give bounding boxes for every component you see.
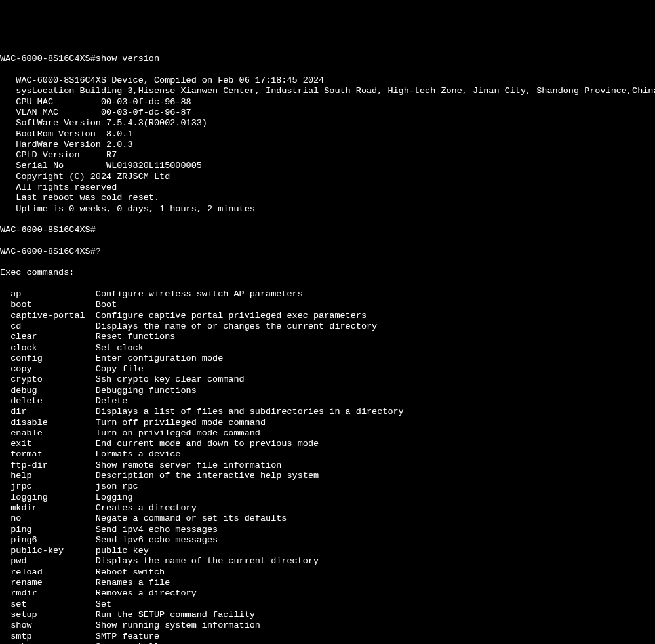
command-help-row: ping Send ipv4 echo messages [0,525,655,535]
command-help-row: exit End current mode and down to previo… [0,439,655,449]
commands-list: ap Configure wireless switch AP paramete… [0,289,655,644]
version-line: Serial No WL019820L115000005 [0,161,655,171]
command-help-row: debug Debugging functions [0,386,655,396]
prompt: WAC-6000-8S16C4XS# [0,247,96,256]
command-help-row: smtp SMTP feature [0,632,655,642]
version-line: HardWare Version 2.0.3 [0,140,655,150]
version-line: Uptime is 0 weeks, 0 days, 1 hours, 2 mi… [0,204,655,214]
version-line: Last reboot was cold reset. [0,193,655,203]
version-line: SoftWare Version 7.5.4.3(R0002.0133) [0,118,655,129]
version-output: WAC-6000-8S16C4XS Device, Compiled on Fe… [0,75,655,214]
command-help-row: ftp-dir Show remote server file informat… [0,460,655,471]
command-help-row: copy Copy file [0,364,655,374]
version-line: All rights reserved [0,182,655,193]
version-line: BootRom Version 8.0.1 [0,129,655,140]
command-help-row: format Formats a device [0,449,655,460]
prompt-line-1: WAC-6000-8S16C4XS#show version [0,54,655,64]
prompt-line-2: WAC-6000-8S16C4XS# [0,225,655,235]
version-line: WAC-6000-8S16C4XS Device, Compiled on Fe… [0,75,655,86]
help-command: ? [96,247,101,256]
command-help-row: disable Turn off privileged mode command [0,418,655,428]
command-help-row: show Show running system information [0,620,655,631]
command-help-row: enable Turn on privileged mode command [0,428,655,439]
version-line: Copyright (C) 2024 ZRJSCM Ltd [0,172,655,182]
command-help-row: reload Reboot switch [0,567,655,578]
command-help-row: crypto Ssh crypto key clear command [0,374,655,385]
version-line: VLAN MAC 00-03-0f-dc-96-87 [0,108,655,118]
exec-commands-header: Exec commands: [0,268,655,278]
command-help-row: rename Renames a file [0,578,655,588]
version-line: sysLocation Building 3,Hisense Xianwen C… [0,86,655,96]
prompt: WAC-6000-8S16C4XS# [0,225,96,235]
version-line: CPLD Version R7 [0,150,655,161]
command-help-row: help Description of the interactive help… [0,471,655,481]
command-help-row: set Set [0,599,655,610]
command-help-row: clock Set clock [0,343,655,353]
command-help-row: ping6 Send ipv6 echo messages [0,535,655,546]
version-line: CPU MAC 00-03-0f-dc-96-88 [0,97,655,108]
command-help-row: rmdir Removes a directory [0,588,655,599]
command-help-row: captive-portal Configure captive portal … [0,311,655,321]
command-help-row: logging Logging [0,493,655,503]
command-help-row: cd Displays the name of or changes the c… [0,321,655,332]
command-help-row: public-key public key [0,546,655,556]
command-help-row: boot Boot [0,300,655,310]
command-help-row: no Negate a command or set its defaults [0,513,655,524]
command-help-row: setup Run the SETUP command facility [0,610,655,620]
command-help-row: jrpc json rpc [0,481,655,492]
command-help-row: clear Reset functions [0,332,655,342]
command-help-row: pwd Displays the name of the current dir… [0,556,655,567]
command-help-row: ap Configure wireless switch AP paramete… [0,289,655,300]
command-help-row: config Enter configuration mode [0,353,655,364]
command-help-row: delete Delete [0,396,655,407]
command-input: show version [96,54,159,64]
prompt-line-3: WAC-6000-8S16C4XS#? [0,247,655,257]
command-help-row: dir Displays a list of files and subdire… [0,407,655,417]
prompt: WAC-6000-8S16C4XS# [0,54,96,64]
terminal-window[interactable]: WAC-6000-8S16C4XS#show version WAC-6000-… [0,43,655,644]
command-help-row: mkdir Creates a directory [0,503,655,513]
